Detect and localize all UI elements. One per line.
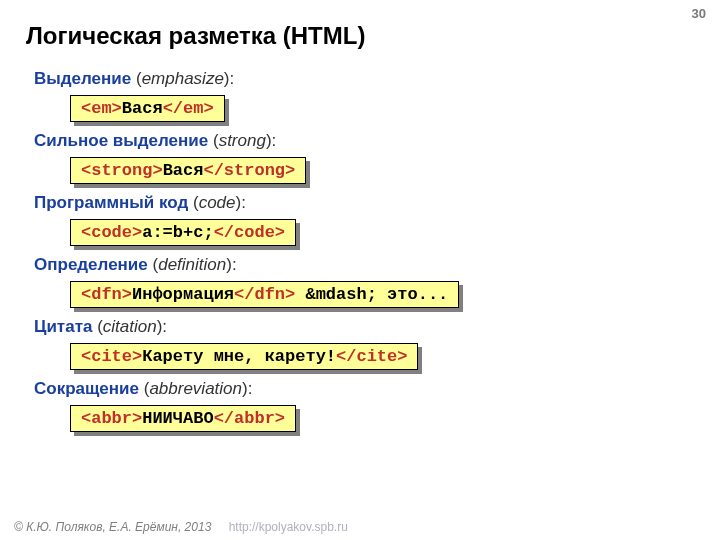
code-box: <strong>Вася</strong> — [70, 157, 306, 184]
footer-url: http://kpolyakov.spb.ru — [229, 520, 348, 534]
close-tag: </code> — [214, 223, 285, 242]
code-body: a:=b+c; — [142, 223, 213, 242]
page-title: Логическая разметка (HTML) — [0, 0, 720, 50]
open-tag: <dfn> — [81, 285, 132, 304]
label-ru: Программный код — [34, 193, 188, 212]
footer: © К.Ю. Поляков, Е.А. Ерёмин, 2013 http:/… — [14, 520, 348, 534]
label-en: emphasize — [142, 69, 224, 88]
code-example-cite: <cite>Карету мне, карету!</cite> — [70, 343, 418, 370]
label-code: Программный код (code): — [34, 193, 720, 213]
code-box: <em>Вася</em> — [70, 95, 225, 122]
code-box: <dfn>Информация</dfn> &mdash; это... — [70, 281, 459, 308]
label-ru: Выделение — [34, 69, 131, 88]
label-en: code — [199, 193, 236, 212]
code-box: <abbr>НИИЧАВО</abbr> — [70, 405, 296, 432]
code-example-strong: <strong>Вася</strong> — [70, 157, 306, 184]
label-ru: Сильное выделение — [34, 131, 208, 150]
code-body: Карету мне, карету! — [142, 347, 336, 366]
code-after: &mdash; это... — [295, 285, 448, 304]
page-number: 30 — [692, 6, 706, 21]
label-ru: Цитата — [34, 317, 92, 336]
open-tag: <em> — [81, 99, 122, 118]
label-ru: Сокращение — [34, 379, 139, 398]
code-body: Информация — [132, 285, 234, 304]
code-example-code: <code>a:=b+c;</code> — [70, 219, 296, 246]
open-tag: <strong> — [81, 161, 163, 180]
open-tag: <abbr> — [81, 409, 142, 428]
label-em: Выделение (emphasize): — [34, 69, 720, 89]
label-en: citation — [103, 317, 157, 336]
open-tag: <code> — [81, 223, 142, 242]
code-body: Вася — [163, 161, 204, 180]
code-example-em: <em>Вася</em> — [70, 95, 225, 122]
close-tag: </em> — [163, 99, 214, 118]
label-ru: Определение — [34, 255, 148, 274]
label-cite: Цитата (citation): — [34, 317, 720, 337]
label-en: abbreviation — [149, 379, 242, 398]
code-box: <code>a:=b+c;</code> — [70, 219, 296, 246]
label-strong: Сильное выделение (strong): — [34, 131, 720, 151]
close-tag: </dfn> — [234, 285, 295, 304]
footer-copyright: © К.Ю. Поляков, Е.А. Ерёмин, 2013 — [14, 520, 211, 534]
close-tag: </strong> — [203, 161, 295, 180]
content: Выделение (emphasize): <em>Вася</em> Сил… — [0, 50, 720, 432]
label-abbr: Сокращение (abbreviation): — [34, 379, 720, 399]
close-tag: </cite> — [336, 347, 407, 366]
open-tag: <cite> — [81, 347, 142, 366]
code-example-abbr: <abbr>НИИЧАВО</abbr> — [70, 405, 296, 432]
close-tag: </abbr> — [214, 409, 285, 428]
code-example-dfn: <dfn>Информация</dfn> &mdash; это... — [70, 281, 459, 308]
label-en: definition — [158, 255, 226, 274]
label-dfn: Определение (definition): — [34, 255, 720, 275]
label-en: strong — [219, 131, 266, 150]
code-box: <cite>Карету мне, карету!</cite> — [70, 343, 418, 370]
code-body: Вася — [122, 99, 163, 118]
code-body: НИИЧАВО — [142, 409, 213, 428]
